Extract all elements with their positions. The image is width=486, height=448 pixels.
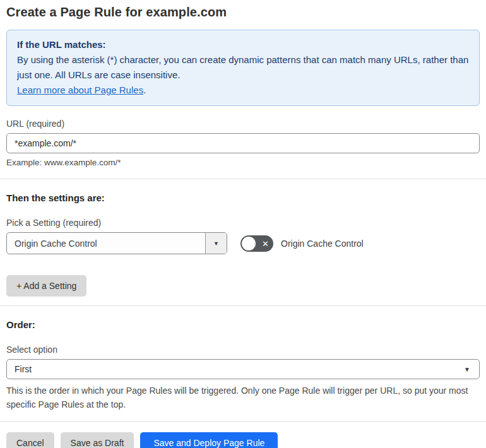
order-section-heading: Order: — [6, 319, 480, 330]
order-help-text: This is the order in which your Page Rul… — [6, 384, 473, 411]
order-select-value: First — [15, 364, 32, 374]
order-select[interactable]: First ▼ — [6, 359, 480, 379]
settings-section-heading: Then the settings are: — [6, 192, 480, 203]
origin-cache-control-toggle[interactable]: ✕ — [240, 235, 273, 252]
actions-row: Cancel Save as Draft Save and Deploy Pag… — [6, 432, 480, 448]
order-select-group: Select option First ▼ This is the order … — [6, 345, 480, 411]
add-setting-button[interactable]: + Add a Setting — [6, 275, 86, 297]
link-period: . — [143, 85, 146, 95]
setting-combobox-value: Origin Cache Control — [7, 233, 205, 254]
info-box-link-line: Learn more about Page Rules. — [17, 83, 469, 98]
url-match-info-box: If the URL matches: By using the asteris… — [6, 30, 480, 106]
order-select-label: Select option — [6, 345, 480, 355]
learn-more-link[interactable]: Learn more about Page Rules — [17, 85, 143, 95]
divider — [0, 179, 486, 179]
url-field-group: URL (required) Example: www.example.com/… — [6, 119, 480, 167]
setting-picker-label: Pick a Setting (required) — [6, 218, 480, 228]
url-input[interactable] — [6, 133, 480, 153]
chevron-down-icon[interactable]: ▼ — [205, 233, 227, 254]
url-example-text: Example: www.example.com/* — [6, 158, 480, 167]
cancel-button[interactable]: Cancel — [6, 432, 54, 448]
toggle-label: Origin Cache Control — [281, 239, 364, 249]
divider — [0, 421, 486, 422]
origin-cache-control-toggle-group: ✕ Origin Cache Control — [240, 235, 364, 252]
chevron-down-icon: ▼ — [464, 366, 470, 373]
save-and-deploy-button[interactable]: Save and Deploy Page Rule — [140, 432, 278, 448]
toggle-knob — [242, 237, 256, 251]
setting-picker-group: Pick a Setting (required) Origin Cache C… — [6, 218, 480, 254]
save-as-draft-button[interactable]: Save as Draft — [61, 432, 134, 448]
info-box-heading: If the URL matches: — [17, 37, 469, 52]
x-icon: ✕ — [262, 239, 269, 247]
page-title: Create a Page Rule for example.com — [6, 5, 480, 20]
setting-row: Origin Cache Control ▼ ✕ Origin Cache Co… — [6, 232, 480, 254]
url-field-label: URL (required) — [6, 119, 480, 129]
setting-combobox[interactable]: Origin Cache Control ▼ — [6, 232, 227, 254]
divider — [0, 305, 486, 306]
info-box-body: By using the asterisk (*) character, you… — [17, 52, 469, 83]
